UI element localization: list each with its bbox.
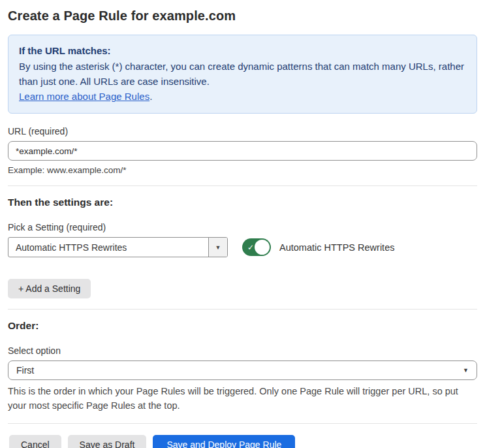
toggle-knob	[255, 240, 270, 255]
setting-row: Automatic HTTPS Rewrites ▼ ✓ Automatic H…	[8, 237, 477, 257]
divider	[8, 309, 477, 310]
form-actions: Cancel Save as Draft Save and Deploy Pag…	[8, 435, 477, 448]
create-page-rule-form: Create a Page Rule for example.com If th…	[0, 0, 485, 448]
info-box-heading: If the URL matches:	[19, 43, 466, 58]
setting-toggle-group: ✓ Automatic HTTPS Rewrites	[242, 238, 394, 256]
info-box-body: By using the asterisk (*) character, you…	[19, 59, 466, 104]
order-section-heading: Order:	[8, 320, 477, 332]
url-field-label: URL (required)	[8, 126, 477, 136]
check-icon: ✓	[247, 244, 254, 251]
pick-setting-label: Pick a Setting (required)	[8, 222, 477, 232]
cancel-button[interactable]: Cancel	[9, 435, 61, 448]
page-title: Create a Page Rule for example.com	[8, 8, 477, 24]
add-setting-button[interactable]: + Add a Setting	[8, 279, 91, 298]
divider	[8, 185, 477, 186]
link-suffix: .	[149, 91, 152, 102]
info-box-body-text: By using the asterisk (*) character, you…	[19, 61, 464, 87]
chevron-down-icon: ▼	[215, 244, 221, 251]
setting-dropdown[interactable]: Automatic HTTPS Rewrites ▼	[8, 237, 228, 257]
order-select[interactable]: First ▼	[8, 360, 477, 380]
save-draft-button[interactable]: Save as Draft	[68, 435, 147, 448]
url-example-text: Example: www.example.com/*	[8, 165, 477, 175]
setting-dropdown-button[interactable]: ▼	[208, 238, 227, 257]
order-help-text: This is the order in which your Page Rul…	[8, 385, 475, 413]
learn-more-link[interactable]: Learn more about Page Rules	[19, 91, 149, 102]
chevron-down-icon: ▼	[463, 367, 469, 374]
settings-section-heading: Then the settings are:	[8, 197, 477, 208]
save-deploy-button[interactable]: Save and Deploy Page Rule	[153, 435, 295, 448]
toggle-label: Automatic HTTPS Rewrites	[279, 242, 394, 253]
select-option-label: Select option	[8, 345, 477, 356]
order-select-value: First	[16, 365, 34, 376]
url-input[interactable]	[8, 141, 477, 161]
url-matches-info-box: If the URL matches: By using the asteris…	[8, 35, 477, 114]
https-rewrites-toggle[interactable]: ✓	[242, 238, 271, 256]
setting-dropdown-value: Automatic HTTPS Rewrites	[8, 238, 208, 257]
divider	[8, 423, 477, 424]
